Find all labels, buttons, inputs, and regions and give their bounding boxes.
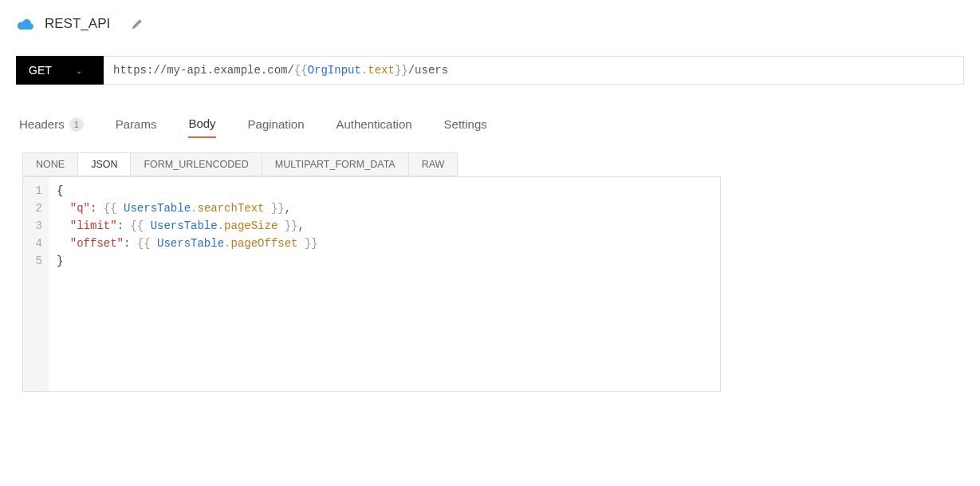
url-prefix: https://my-api.example.com/ <box>113 64 294 77</box>
tab-headers[interactable]: Headers 1 <box>19 117 84 138</box>
request-url-row: GET ⌄ https://my-api.example.com/{{ OrgI… <box>16 56 964 85</box>
line-number: 5 <box>28 252 42 270</box>
body-code-editor[interactable]: 1 2 3 4 5 { "q": {{ UsersTable.searchTex… <box>22 176 721 392</box>
body-type-multipart[interactable]: MULTIPART_FORM_DATA <box>262 153 409 176</box>
tab-params[interactable]: Params <box>116 117 157 137</box>
code-line: "offset": {{ UsersTable.pageOffset }} <box>57 235 712 252</box>
headers-count-badge: 1 <box>69 117 84 132</box>
http-method-selector[interactable]: GET ⌄ <box>16 56 104 85</box>
code-line: "q": {{ UsersTable.searchText }}, <box>57 200 712 217</box>
section-tabs: Headers 1 Params Body Pagination Authent… <box>16 117 964 138</box>
tab-body[interactable]: Body <box>188 117 215 138</box>
code-line: { <box>57 182 712 200</box>
url-binding-object: OrgInput <box>308 64 361 77</box>
mustache-close: }} <box>395 64 408 77</box>
cloud-icon <box>16 17 35 31</box>
url-suffix: /users <box>408 64 448 77</box>
line-number: 2 <box>28 200 42 217</box>
tab-authentication[interactable]: Authentication <box>337 117 412 137</box>
line-number: 1 <box>28 182 42 200</box>
url-input[interactable]: https://my-api.example.com/{{ OrgInput.t… <box>104 56 964 85</box>
line-gutter: 1 2 3 4 5 <box>23 177 49 391</box>
query-header: REST_API <box>16 16 964 32</box>
code-content[interactable]: { "q": {{ UsersTable.searchText }}, "lim… <box>49 177 720 391</box>
body-type-none[interactable]: NONE <box>23 153 78 176</box>
body-type-json[interactable]: JSON <box>78 153 131 176</box>
tab-settings[interactable]: Settings <box>444 117 487 137</box>
code-line: "limit": {{ UsersTable.pageSize }}, <box>57 217 712 235</box>
body-type-form[interactable]: FORM_URLENCODED <box>131 153 262 176</box>
url-binding-property: text <box>368 64 395 77</box>
line-number: 4 <box>28 235 42 252</box>
chevron-down-icon: ⌄ <box>76 66 82 75</box>
body-type-tabs: NONE JSON FORM_URLENCODED MULTIPART_FORM… <box>22 152 458 176</box>
mustache-open: {{ <box>294 64 308 77</box>
http-method-value: GET <box>29 64 52 77</box>
pencil-icon[interactable] <box>132 18 144 30</box>
tab-pagination[interactable]: Pagination <box>248 117 305 137</box>
line-number: 3 <box>28 217 42 235</box>
query-title[interactable]: REST_API <box>45 16 110 32</box>
body-type-raw[interactable]: RAW <box>409 153 458 176</box>
code-line: } <box>57 252 712 270</box>
